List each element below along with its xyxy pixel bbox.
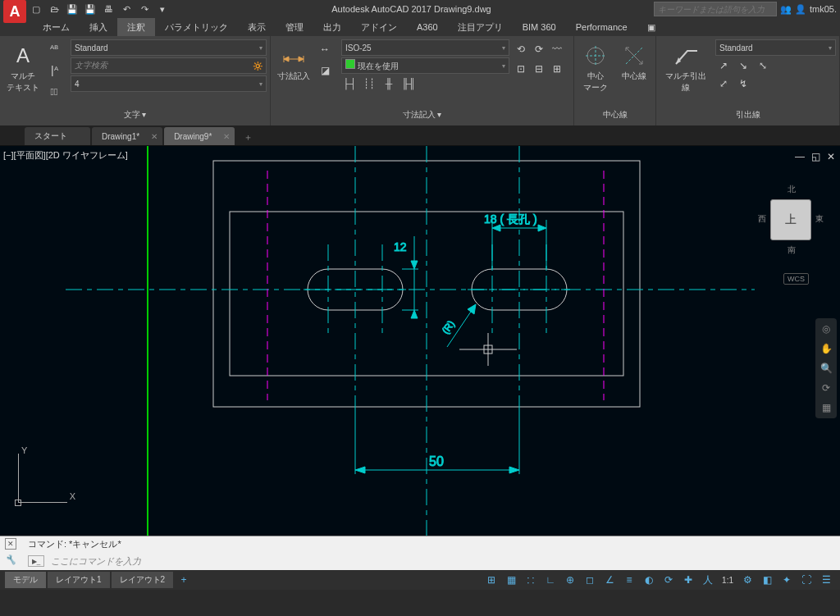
ribbon-tab-insert[interactable]: 挿入: [80, 18, 117, 36]
window-title: Autodesk AutoCAD 2017 Drawing9.dwg: [169, 4, 654, 14]
centerline-button[interactable]: 中心線: [617, 39, 653, 85]
mleader-button[interactable]: マルチ引出線: [660, 39, 712, 97]
status-scale-text[interactable]: 1:1: [719, 576, 737, 585]
text-style-icon[interactable]: ᴬᴮ: [46, 41, 62, 57]
status-cleanscreen-icon[interactable]: ⛶: [797, 572, 815, 588]
text-search-input[interactable]: 文字検索🔆: [71, 57, 267, 74]
status-osnap-icon[interactable]: ◻: [581, 572, 599, 588]
qat-new-icon[interactable]: ▢: [30, 2, 43, 16]
status-annomonitor-icon[interactable]: ✚: [679, 572, 697, 588]
status-lineweight-icon[interactable]: ≡: [620, 572, 638, 588]
dim-style-icon[interactable]: ↔: [317, 41, 333, 57]
status-snap-icon[interactable]: ⸬: [522, 572, 540, 588]
layout-tab-1[interactable]: レイアウト1: [48, 572, 110, 588]
command-input-row[interactable]: 🔧 ▶_ ここにコマンドを入力: [0, 552, 840, 570]
status-cycling-icon[interactable]: ⟳: [660, 572, 678, 588]
status-workspace-icon[interactable]: ⚙: [738, 572, 756, 588]
user-account[interactable]: 👥 👤 tmk05.: [780, 4, 837, 15]
leader-align-icon[interactable]: ⤡: [755, 57, 771, 74]
dim-style-dropdown[interactable]: ISO-25▾: [341, 39, 509, 56]
status-annoscale-icon[interactable]: 人: [699, 572, 717, 588]
ribbon-tab-extra-icon[interactable]: ▣: [637, 18, 665, 36]
dim-tool4-icon[interactable]: ⊡: [513, 61, 529, 77]
status-transparency-icon[interactable]: ◐: [640, 572, 658, 588]
mtext-label: マルチ テキスト: [7, 71, 39, 94]
status-otrack-icon[interactable]: ∠: [600, 572, 619, 588]
qat-redo-icon[interactable]: ↷: [138, 2, 151, 16]
leader-collect-icon[interactable]: ⤢: [715, 75, 732, 92]
status-hardware-icon[interactable]: ✦: [778, 572, 796, 588]
text-height-icon[interactable]: Ａ̲: [46, 84, 62, 100]
status-model-icon[interactable]: ⊞: [482, 572, 500, 588]
ucs-icon[interactable]: Y X: [10, 445, 75, 511]
dim-quick-icon[interactable]: ┊┊: [361, 75, 377, 92]
ribbon-tab-performance[interactable]: Performance: [566, 18, 637, 36]
text-find-icon[interactable]: ǀᴬ: [46, 62, 62, 79]
qat-undo-icon[interactable]: ↶: [120, 2, 133, 16]
layout-tab-2[interactable]: レイアウト2: [112, 572, 174, 588]
ribbon-tab-addins[interactable]: アドイン: [351, 18, 407, 36]
close-cmdline-icon[interactable]: ✕: [5, 538, 16, 550]
panel-text: A マルチ テキスト ᴬᴮ ǀᴬ Ａ̲ Standard▾ 文字検索🔆 4▾ 文…: [0, 36, 271, 125]
dim-tool3-icon[interactable]: 〰: [549, 41, 565, 57]
command-recent-text: コマンド: *キャンセル*: [28, 539, 121, 549]
layout-tab-model[interactable]: モデル: [5, 572, 46, 588]
status-grid-icon[interactable]: ▦: [502, 572, 520, 588]
panel-dim-title[interactable]: 寸法記入 ▾: [274, 109, 570, 122]
file-tab-start[interactable]: スタート: [25, 127, 90, 145]
file-tab-drawing1[interactable]: Drawing1*✕: [92, 127, 162, 145]
qat-dropdown-icon[interactable]: ▾: [156, 2, 169, 16]
close-tab-icon[interactable]: ✕: [223, 132, 230, 141]
help-search-input[interactable]: [654, 2, 777, 16]
panel-leader-title[interactable]: 引出線: [660, 109, 836, 122]
dim-tool6-icon[interactable]: ⊞: [549, 61, 565, 77]
dim-tool5-icon[interactable]: ⊟: [531, 61, 547, 77]
mtext-button[interactable]: A マルチ テキスト: [3, 39, 43, 97]
app-logo[interactable]: A: [3, 0, 26, 23]
qat-saveas-icon[interactable]: 💾: [84, 2, 97, 16]
ribbon-tab-a360[interactable]: A360: [407, 18, 448, 36]
ribbon-tab-featured[interactable]: 注目アプリ: [448, 18, 513, 36]
dim-height-text: 12: [394, 240, 407, 253]
ribbon-tab-manage[interactable]: 管理: [276, 18, 313, 36]
ribbon-tab-view[interactable]: 表示: [238, 18, 276, 36]
ribbon-tab-parametric[interactable]: パラメトリック: [155, 18, 238, 36]
ucs-y-label: Y: [21, 445, 27, 455]
qat-open-icon[interactable]: 🗁: [48, 2, 61, 16]
status-polar-icon[interactable]: ⊕: [561, 572, 579, 588]
dim-layer-icon[interactable]: ◪: [317, 62, 333, 79]
leader-tool-icon[interactable]: ↯: [735, 75, 751, 92]
text-height-dropdown[interactable]: 4▾: [71, 75, 267, 92]
leader-remove-icon[interactable]: ↘: [735, 57, 751, 74]
dim-tool1-icon[interactable]: ⟲: [513, 41, 529, 57]
qat-save-icon[interactable]: 💾: [66, 2, 79, 16]
panel-text-title[interactable]: 文字 ▾: [3, 109, 267, 122]
centermark-button[interactable]: 中心 マーク: [578, 39, 614, 97]
ribbon-tab-bim360[interactable]: BIM 360: [513, 18, 566, 36]
search-go-icon[interactable]: 🔆: [253, 62, 262, 71]
leader-add-icon[interactable]: ↗: [715, 57, 732, 74]
text-style-dropdown[interactable]: Standard▾: [71, 39, 267, 56]
ribbon-tab-output[interactable]: 出力: [313, 18, 351, 36]
customize-cmdline-icon[interactable]: 🔧: [5, 554, 16, 566]
drawing-canvas: 50 12 18 ( 長孔 ) (R): [0, 146, 840, 536]
centermark-icon: [582, 43, 609, 69]
close-tab-icon[interactable]: ✕: [151, 132, 158, 141]
status-customize-icon[interactable]: ☰: [817, 572, 835, 588]
add-layout-icon[interactable]: +: [175, 572, 193, 588]
leader-style-dropdown[interactable]: Standard▾: [715, 39, 836, 56]
dim-continue-icon[interactable]: ╫: [381, 75, 397, 92]
dim-layer-dropdown[interactable]: 現在を使用▾: [341, 57, 509, 74]
qat-plot-icon[interactable]: 🖶: [102, 2, 115, 16]
dim-baseline-icon[interactable]: ╟╢: [400, 75, 417, 92]
dim-linear-icon[interactable]: ├┤: [341, 75, 358, 92]
ribbon-tab-annotate[interactable]: 注釈: [117, 18, 155, 36]
dimension-button[interactable]: 寸法記入: [274, 39, 313, 85]
status-ortho-icon[interactable]: ∟: [541, 572, 559, 588]
new-tab-button[interactable]: ＋: [240, 129, 256, 145]
dim-tool2-icon[interactable]: ⟳: [531, 41, 547, 57]
status-isoplane-icon[interactable]: ◧: [758, 572, 776, 588]
drawing-area[interactable]: [−][平面図][2D ワイヤフレーム] — ◱ ✕ 北 南 東 西 上 WCS…: [0, 146, 840, 536]
ribbon-tab-home[interactable]: ホーム: [33, 18, 80, 36]
file-tab-drawing9[interactable]: Drawing9*✕: [164, 127, 235, 145]
